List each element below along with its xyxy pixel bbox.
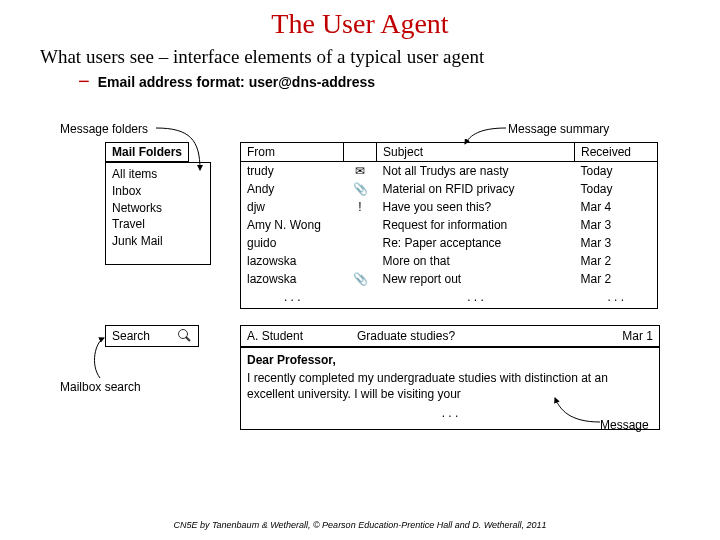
callout-message-summary: Message summary [508, 122, 609, 136]
folders-list: All items Inbox Networks Travel Junk Mai… [105, 162, 211, 265]
table-row[interactable]: Andy 📎 Material on RFID privacy Today [241, 180, 658, 198]
table-row[interactable]: guido Re: Paper acceptance Mar 3 [241, 234, 658, 252]
callout-mailbox-search: Mailbox search [60, 380, 141, 394]
col-flag[interactable] [344, 143, 377, 162]
cell-received: Mar 4 [575, 198, 658, 216]
cell-from: guido [241, 234, 344, 252]
cell-from: djw [241, 198, 344, 216]
cell-subject: Re: Paper acceptance [377, 234, 575, 252]
cell-from: trudy [241, 162, 344, 181]
slide-bullet: −Email address format: user@dns-address [78, 70, 720, 93]
cell-received: Mar 2 [575, 270, 658, 288]
cell-from: lazowska [241, 252, 344, 270]
cell-received: Mar 3 [575, 216, 658, 234]
cell-received: Mar 3 [575, 234, 658, 252]
cell-received: Today [575, 162, 658, 181]
bullet-dash-icon: − [78, 70, 90, 92]
preview-salutation: Dear Professor, [247, 352, 653, 368]
cell-subject: Request for information [377, 216, 575, 234]
no-icon [344, 216, 377, 234]
paperclip-icon: 📎 [344, 180, 377, 198]
col-from[interactable]: From [241, 143, 344, 162]
table-row[interactable]: lazowska 📎 New report out Mar 2 [241, 270, 658, 288]
preview-received: Mar 1 [603, 329, 653, 343]
search-box[interactable]: Search [105, 325, 199, 347]
message-list-table: From Subject Received trudy ✉ Not all Tr… [240, 142, 658, 309]
no-icon [344, 234, 377, 252]
envelope-icon: ✉ [344, 162, 377, 181]
preview-body: Dear Professor, I recently completed my … [240, 347, 660, 430]
preview-header: A. Student Graduate studies? Mar 1 [240, 325, 660, 347]
cell-subject: Material on RFID privacy [377, 180, 575, 198]
table-header-row: From Subject Received [241, 143, 658, 162]
message-list-body: trudy ✉ Not all Trudys are nasty Today A… [241, 162, 658, 309]
diagram-figure: Message folders Mailbox search Message s… [60, 120, 680, 480]
folder-item[interactable]: Inbox [112, 183, 204, 200]
folder-item[interactable]: All items [112, 166, 204, 183]
cell-from: lazowska [241, 270, 344, 288]
callout-message-folders: Message folders [60, 122, 148, 136]
bullet-text: Email address format: user@dns-address [98, 74, 375, 90]
table-row[interactable]: Amy N. Wong Request for information Mar … [241, 216, 658, 234]
table-row[interactable]: lazowska More on that Mar 2 [241, 252, 658, 270]
ellipsis-row: . . . . . . . . . [241, 288, 658, 309]
cell-received: Today [575, 180, 658, 198]
magnifier-icon [178, 329, 192, 343]
priority-icon: ! [344, 198, 377, 216]
ellipsis: . . . [575, 288, 658, 309]
folder-item[interactable]: Travel [112, 216, 204, 233]
paperclip-icon: 📎 [344, 270, 377, 288]
ellipsis: . . . [247, 405, 653, 421]
table-row[interactable]: trudy ✉ Not all Trudys are nasty Today [241, 162, 658, 181]
folder-item[interactable]: Junk Mail [112, 233, 204, 250]
cell-received: Mar 2 [575, 252, 658, 270]
ellipsis: . . . [241, 288, 344, 309]
search-label: Search [112, 329, 150, 343]
preview-subject: Graduate studies? [357, 329, 603, 343]
preview-text: I recently completed my undergraduate st… [247, 370, 653, 402]
cell-subject: More on that [377, 252, 575, 270]
slide-title: The User Agent [0, 8, 720, 40]
no-icon [344, 252, 377, 270]
folder-item[interactable]: Networks [112, 200, 204, 217]
ellipsis: . . . [377, 288, 575, 309]
slide-subtitle: What users see – interface elements of a… [40, 46, 700, 68]
folders-header: Mail Folders [105, 142, 189, 162]
table-row[interactable]: djw ! Have you seen this? Mar 4 [241, 198, 658, 216]
preview-from: A. Student [247, 329, 357, 343]
slide-footer: CN5E by Tanenbaum & Wetherall, © Pearson… [0, 520, 720, 530]
cell-subject: New report out [377, 270, 575, 288]
cell-subject: Not all Trudys are nasty [377, 162, 575, 181]
col-subject[interactable]: Subject [377, 143, 575, 162]
col-received[interactable]: Received [575, 143, 658, 162]
cell-subject: Have you seen this? [377, 198, 575, 216]
cell-from: Amy N. Wong [241, 216, 344, 234]
cell-from: Andy [241, 180, 344, 198]
